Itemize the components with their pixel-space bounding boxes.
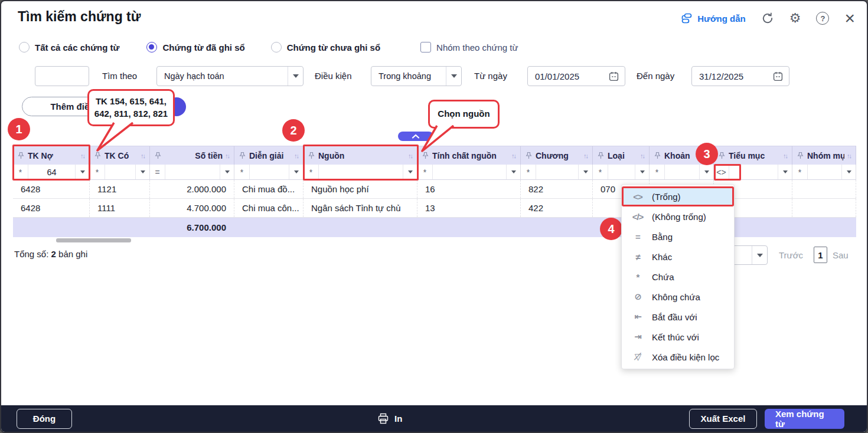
filter-operator-icon[interactable]: * (521, 165, 536, 179)
chevron-down-icon[interactable] (635, 165, 649, 179)
menu-item-xoa-ieu-kien-loc[interactable]: ▽̸Xóa điều kiện lọc (622, 347, 734, 367)
sort-icon[interactable]: ↑↓ (141, 152, 146, 159)
filter-value-input[interactable]: 64 (28, 165, 75, 179)
chevron-down-icon[interactable] (506, 165, 520, 179)
prev-page-button[interactable]: Trước (779, 250, 803, 260)
chevron-down-icon[interactable] (220, 165, 234, 179)
chevron-down-icon[interactable] (288, 67, 303, 86)
current-page-box[interactable]: 1 (814, 247, 827, 263)
column-header-dien-giai[interactable]: Diễn giải↑↓ (234, 146, 304, 165)
guide-link[interactable]: Hướng dẫn (681, 12, 746, 24)
from-date-input[interactable]: 01/01/2025 (527, 66, 625, 86)
menu-item-trong[interactable]: <>(Trống) (622, 186, 734, 206)
group-by-voucher-checkbox[interactable]: Nhóm theo chứng từ (420, 42, 518, 53)
column-header-tinh-chat-nguon[interactable]: Tính chất nguồn↑↓ (417, 146, 521, 165)
collapse-filter-toggle[interactable] (398, 132, 433, 141)
print-button[interactable]: In (377, 413, 402, 425)
search-by-select[interactable]: Ngày hạch toán (156, 66, 304, 86)
filter-value-input[interactable] (165, 165, 220, 179)
column-header-khoan[interactable]: Khoản↑↓ (650, 146, 714, 165)
filter-value-input[interactable] (536, 165, 578, 179)
menu-item-label: Khác (652, 252, 672, 262)
menu-item-label: Không chứa (652, 292, 700, 302)
filter-value-input[interactable] (808, 165, 841, 179)
filter-value-input[interactable] (729, 165, 778, 179)
gear-icon[interactable]: ⚙ (789, 11, 801, 26)
sort-icon[interactable]: ↑↓ (783, 152, 788, 159)
filter-value-input[interactable] (665, 165, 699, 179)
filter-operator-icon[interactable]: * (234, 165, 250, 179)
filter-value-input[interactable] (433, 165, 506, 179)
menu-item-ket-thuc-voi[interactable]: ⇥Kết thúc với (622, 327, 734, 347)
close-icon[interactable]: × (844, 12, 855, 25)
filter-operator-icon[interactable]: * (13, 165, 28, 179)
table-cell: Ngân sách Tỉnh tự chủ (304, 199, 417, 217)
radio-posted-vouchers[interactable]: Chứng từ đã ghi sổ (146, 42, 244, 53)
filter-operator-icon[interactable]: * (417, 165, 433, 179)
sort-icon[interactable]: ↑↓ (583, 152, 589, 159)
sort-icon[interactable]: ↑↓ (80, 152, 86, 159)
chevron-down-icon[interactable] (699, 165, 713, 179)
column-header-nhom-muc[interactable]: Nhóm mục↑↓ (792, 146, 856, 165)
refresh-icon[interactable] (761, 12, 774, 25)
pin-icon (239, 152, 246, 159)
to-date-input[interactable]: 31/12/2025 (691, 66, 789, 86)
column-header-tk-co[interactable]: TK Có↑↓ (90, 146, 150, 165)
filter-value-input[interactable] (608, 165, 635, 179)
menu-item-khong-chua[interactable]: ⊘Không chứa (622, 287, 734, 307)
filter-operator-icon[interactable]: * (593, 165, 608, 179)
menu-item-khac[interactable]: ≠Khác (622, 247, 734, 267)
filter-operator-icon[interactable]: = (150, 165, 165, 179)
filter-operator-icon[interactable]: * (304, 165, 319, 179)
export-excel-button[interactable]: Xuất Excel (689, 409, 757, 429)
sort-icon[interactable]: ↑↓ (511, 152, 517, 159)
chevron-down-icon[interactable] (289, 165, 303, 179)
menu-item-khong-trong[interactable]: </>(Không trống) (622, 206, 734, 227)
sort-icon[interactable]: ↑↓ (225, 152, 230, 159)
add-condition-button[interactable]: Thêm điều kiện (22, 97, 143, 116)
column-header-tk-no[interactable]: TK Nợ↑↓ (13, 146, 90, 165)
sort-icon[interactable]: ↑↓ (704, 152, 710, 159)
radio-unposted-vouchers[interactable]: Chứng từ chưa ghi sổ (271, 42, 380, 53)
column-header-nguon[interactable]: Nguồn↑↓ (304, 146, 417, 165)
calendar-icon[interactable] (609, 71, 625, 81)
filter-operator-icon[interactable]: * (90, 165, 105, 179)
filter-value-input[interactable] (105, 165, 135, 179)
column-header-chuong[interactable]: Chương↑↓ (521, 146, 593, 165)
menu-item-bat-au-voi[interactable]: ⇤Bắt đầu với (622, 307, 734, 327)
column-header-tieu-muc[interactable]: Tiểu mục↑↓ (714, 146, 792, 165)
chevron-down-icon[interactable] (578, 165, 592, 179)
filter-operator-icon[interactable]: <> (714, 165, 729, 179)
sort-icon[interactable]: ↑↓ (847, 152, 852, 159)
chevron-down-icon[interactable] (446, 67, 461, 86)
filter-operator-icon[interactable]: * (650, 165, 665, 179)
column-header-so-tien[interactable]: Số tiền↑↓ (150, 146, 234, 165)
column-label: Nguồn (318, 151, 406, 160)
calendar-icon[interactable] (773, 71, 789, 81)
chevron-down-icon[interactable] (752, 246, 767, 264)
chevron-down-icon[interactable] (403, 165, 417, 179)
filter-operator-icon[interactable]: * (792, 165, 808, 179)
chevron-down-icon[interactable] (135, 165, 149, 179)
total-records: Tổng số: 2 bản ghi (14, 249, 87, 259)
filter-value-input[interactable] (319, 165, 403, 179)
sort-icon[interactable]: ↑↓ (408, 152, 413, 159)
search-input[interactable] (35, 66, 89, 86)
horizontal-scrollbar[interactable] (56, 238, 131, 242)
close-button[interactable]: Đóng (17, 409, 72, 429)
chevron-down-icon[interactable] (75, 165, 89, 179)
help-icon[interactable]: ? (816, 12, 829, 25)
chevron-down-icon[interactable] (778, 165, 792, 179)
filter-value-input[interactable] (250, 165, 289, 179)
menu-item-bang[interactable]: =Bằng (622, 227, 734, 247)
column-header-loai[interactable]: Loại↑↓ (593, 146, 650, 165)
radio-all-vouchers[interactable]: Tất cả các chứng từ (19, 42, 119, 53)
sort-icon[interactable]: ↑↓ (294, 152, 299, 159)
sort-icon[interactable]: ↑↓ (640, 152, 645, 159)
menu-item-chua[interactable]: *Chứa (622, 267, 734, 287)
filter-cell-tk-co: * (90, 165, 150, 179)
chevron-down-icon[interactable] (841, 165, 856, 179)
condition-select[interactable]: Trong khoảng (371, 66, 462, 86)
next-page-button[interactable]: Sau (833, 250, 849, 260)
view-voucher-button[interactable]: Xem chứng từ (765, 409, 844, 429)
